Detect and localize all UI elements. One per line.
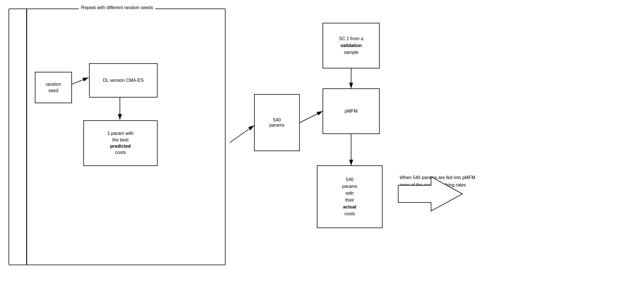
cmaes-label: DL version CMA-ES xyxy=(103,77,144,84)
validation-bold: validation xyxy=(341,43,362,48)
svg-line-4 xyxy=(230,125,254,143)
540-params-label: 540params xyxy=(269,117,284,128)
svg-line-5 xyxy=(300,111,323,123)
random-seed-box: randomseed xyxy=(35,72,72,103)
540-actual-label: 540paramswiththeiractualcosts xyxy=(342,176,357,217)
left-bar xyxy=(26,9,27,265)
repeat-label: Repeat with different random seeds xyxy=(79,5,155,10)
actual-bold: actual xyxy=(343,204,356,209)
random-seed-label: randomseed xyxy=(46,81,61,94)
sc1-box: SC 1 from avalidationsample xyxy=(323,23,380,68)
diagram-container: Repeat with different random seeds rando… xyxy=(6,6,638,278)
one-param-label: 1 param withthe bestpredictedcosts xyxy=(107,130,134,156)
repeat-box: Repeat with different random seeds rando… xyxy=(9,9,226,265)
annotation: When 540 params are fed into pMFM none o… xyxy=(400,174,542,196)
540-actual-box: 540paramswiththeiractualcosts xyxy=(317,165,383,228)
cmaes-box: DL version CMA-ES xyxy=(89,63,158,98)
sc1-label: SC 1 from avalidationsample xyxy=(339,35,363,56)
540-params-box: 540params xyxy=(254,94,300,151)
pmfm-label: pMFM xyxy=(345,109,357,114)
annotation-text: When 540 params are fed into pMFM none o… xyxy=(400,175,475,194)
predicted-bold: predicted xyxy=(110,144,131,149)
pmfm-box: pMFM xyxy=(323,88,380,134)
one-param-box: 1 param withthe bestpredictedcosts xyxy=(83,120,158,166)
